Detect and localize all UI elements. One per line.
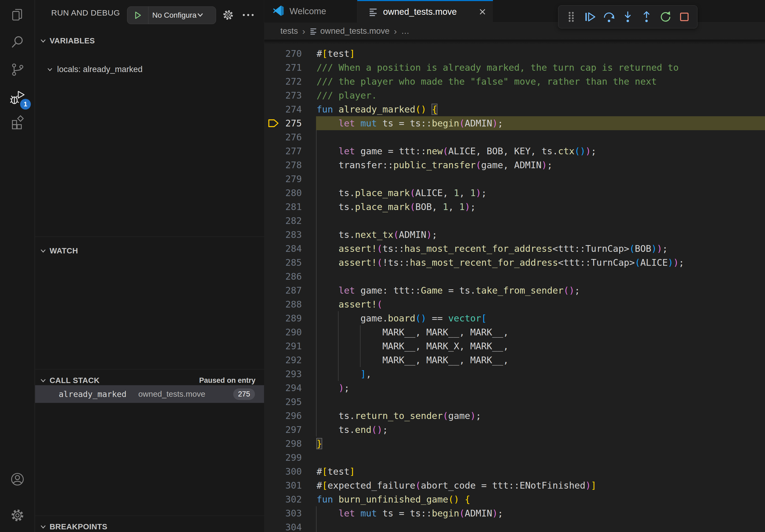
code-line[interactable]: let game = ttt::new(ALICE, BOB, KEY, ts.… — [317, 144, 765, 158]
section-header-breakpoints[interactable]: BREAKPOINTS — [35, 519, 264, 532]
sidebar-item-run-and-debug[interactable]: 1 — [0, 84, 35, 111]
code-line[interactable]: ts.place_mark(BOB, 1, 1); — [317, 200, 765, 214]
code-line[interactable]: fun burn_unfinished_game() { — [317, 492, 765, 506]
section-header-watch[interactable]: WATCH — [35, 243, 264, 259]
code-line[interactable]: ], — [317, 367, 765, 381]
account-button[interactable] — [0, 466, 35, 493]
sidebar-item-extensions[interactable] — [0, 109, 35, 136]
line-number[interactable]: 277 — [264, 144, 302, 158]
code-line[interactable]: MARK__, MARK__, MARK__, — [317, 325, 765, 339]
close-icon[interactable] — [478, 8, 486, 16]
configure-launch-button[interactable] — [220, 7, 236, 23]
line-number[interactable]: 290 — [264, 325, 302, 339]
line-number[interactable]: 272 — [264, 75, 302, 89]
code-line[interactable]: assert!( — [317, 297, 765, 311]
code-line[interactable]: transfer::public_transfer(game, ADMIN); — [317, 158, 765, 172]
line-number[interactable]: 295 — [264, 395, 302, 409]
code-line[interactable] — [317, 172, 765, 186]
tab-owned-tests-move[interactable]: owned_tests.move — [357, 0, 493, 23]
line-number[interactable]: 302 — [264, 492, 302, 506]
code-line[interactable]: let mut ts = ts::begin(ADMIN); — [317, 116, 765, 130]
restart-button[interactable] — [659, 10, 672, 24]
code-line[interactable]: game.board() == vector[ — [317, 311, 765, 325]
code-line[interactable]: assert!(!ts::has_most_recent_for_address… — [317, 256, 765, 269]
line-number[interactable]: 270 — [264, 47, 302, 61]
code-line[interactable]: MARK__, MARK__, MARK__, — [317, 353, 765, 367]
code-line[interactable]: MARK__, MARK_X, MARK__, — [317, 339, 765, 353]
line-number[interactable]: 286 — [264, 269, 302, 283]
code-line[interactable] — [317, 269, 765, 283]
line-number[interactable]: 299 — [264, 450, 302, 464]
line-number[interactable]: 291 — [264, 339, 302, 353]
views-and-more-actions-button[interactable] — [239, 7, 257, 23]
sidebar-item-search[interactable] — [0, 28, 35, 55]
code-line[interactable]: ts.place_mark(ALICE, 1, 1); — [317, 186, 765, 200]
line-number[interactable]: 279 — [264, 172, 302, 186]
line-number[interactable]: 282 — [264, 214, 302, 228]
code-line[interactable]: #[test] — [317, 47, 765, 61]
code-line[interactable]: /// player. — [317, 89, 765, 102]
step-into-button[interactable] — [621, 10, 635, 24]
line-number[interactable]: 293 — [264, 367, 302, 381]
stop-button[interactable] — [677, 10, 691, 24]
code-line[interactable]: assert!(ts::has_most_recent_for_address<… — [317, 242, 765, 256]
line-number[interactable]: 273 — [264, 89, 302, 102]
line-number[interactable]: 280 — [264, 186, 302, 200]
line-number[interactable]: 276 — [264, 130, 302, 144]
step-out-button[interactable] — [640, 10, 653, 24]
code-line[interactable]: #[expected_failure(abort_code = ttt::ENo… — [317, 478, 765, 492]
continue-button[interactable] — [583, 10, 597, 24]
line-number[interactable]: 289 — [264, 311, 302, 325]
breadcrumb-folder[interactable]: tests — [280, 26, 298, 36]
line-number[interactable]: 298 — [264, 437, 302, 450]
code-line[interactable]: #[test] — [317, 464, 765, 478]
code-line[interactable]: let game: ttt::Game = ts.take_from_sende… — [317, 283, 765, 297]
breadcrumb-file[interactable]: owned_tests.move — [320, 26, 389, 36]
line-number[interactable]: 283 — [264, 228, 302, 242]
code-line[interactable]: } — [317, 437, 765, 450]
line-number[interactable]: 296 — [264, 409, 302, 423]
code-line[interactable]: ); — [317, 381, 765, 395]
code-line[interactable]: ts.return_to_sender(game); — [317, 409, 765, 423]
line-number[interactable]: 300 — [264, 464, 302, 478]
code-line[interactable] — [317, 395, 765, 409]
drag-gripper-icon[interactable] — [564, 10, 578, 24]
code-line[interactable]: ts.next_tx(ADMIN); — [317, 228, 765, 242]
variables-scope-locals[interactable]: locals: already_marked — [35, 62, 264, 77]
line-number[interactable]: 292 — [264, 353, 302, 367]
frame-file: owned_tests.move — [138, 390, 205, 399]
line-number[interactable]: 271 — [264, 61, 302, 75]
line-number[interactable]: 303 — [264, 506, 302, 520]
line-number[interactable]: 294 — [264, 381, 302, 395]
section-header-variables[interactable]: VARIABLES — [35, 33, 264, 49]
sidebar-item-source-control[interactable] — [0, 56, 35, 83]
line-number[interactable]: 301 — [264, 478, 302, 492]
breadcrumb-symbol[interactable]: … — [401, 26, 409, 36]
code-area[interactable]: 270#[test]271/// When a position is alre… — [264, 40, 765, 532]
debug-configuration-dropdown[interactable]: No Configura — [127, 6, 216, 24]
line-number[interactable]: 274 — [264, 102, 302, 116]
line-number[interactable]: 278 — [264, 158, 302, 172]
code-line[interactable] — [317, 130, 765, 144]
line-number[interactable]: 288 — [264, 297, 302, 311]
start-debugging-button[interactable] — [127, 7, 149, 24]
line-number[interactable]: 287 — [264, 283, 302, 297]
call-stack-frame[interactable]: already_marked owned_tests.move 275 — [35, 385, 264, 403]
sidebar-item-explorer[interactable] — [0, 1, 35, 28]
code-line[interactable] — [317, 450, 765, 464]
code-line[interactable]: /// the player who made the "false" move… — [317, 75, 765, 89]
tab-welcome[interactable]: Welcome — [264, 0, 357, 23]
code-line[interactable]: /// When a position is already marked, t… — [317, 61, 765, 75]
code-line[interactable] — [317, 214, 765, 228]
line-number[interactable]: 285 — [264, 256, 302, 269]
line-number[interactable]: 281 — [264, 200, 302, 214]
code-line[interactable] — [317, 520, 765, 532]
line-number[interactable]: 304 — [264, 520, 302, 532]
code-line[interactable]: fun already_marked() { — [317, 102, 765, 116]
line-number[interactable]: 297 — [264, 423, 302, 437]
step-over-button[interactable] — [602, 10, 616, 24]
code-line[interactable]: let mut ts = ts::begin(ADMIN); — [317, 506, 765, 520]
line-number[interactable]: 284 — [264, 242, 302, 256]
manage-button[interactable] — [0, 502, 35, 529]
code-line[interactable]: ts.end(); — [317, 423, 765, 437]
